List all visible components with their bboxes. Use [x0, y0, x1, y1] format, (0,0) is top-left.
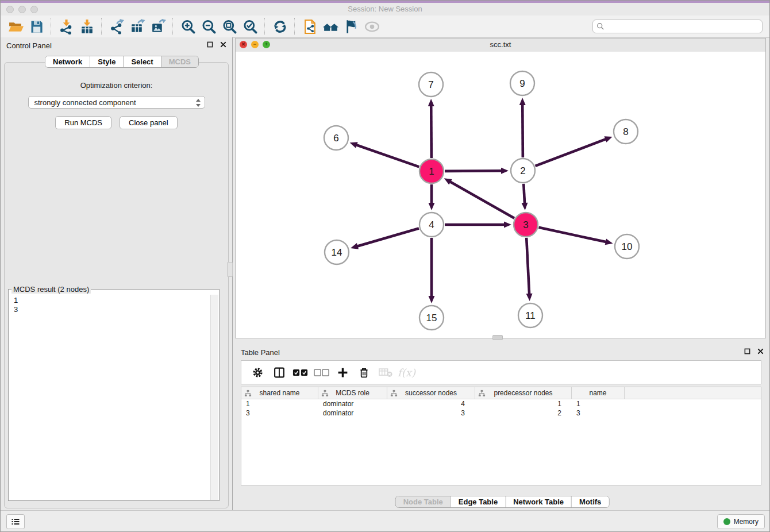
- table-cell: 2: [475, 408, 572, 418]
- import-table-icon[interactable]: [76, 17, 97, 36]
- import-network-icon[interactable]: [56, 17, 76, 36]
- node-11[interactable]: 11: [518, 303, 542, 327]
- close-panel-icon[interactable]: [220, 41, 226, 48]
- column-header-successor-nodes[interactable]: successor nodes: [387, 387, 475, 399]
- table-header-row: shared nameMCDS rolesuccessor nodesprede…: [241, 387, 761, 399]
- table-panel: Table Panel f(x) shared nameMCDS rolesuc…: [235, 344, 769, 511]
- edge-4-14[interactable]: [351, 228, 419, 249]
- zoom-in-icon[interactable]: [178, 17, 198, 36]
- edge-1-7[interactable]: [428, 99, 434, 158]
- node-2[interactable]: 2: [511, 159, 535, 183]
- close-button[interactable]: [6, 6, 14, 13]
- search-input[interactable]: [605, 21, 762, 32]
- tab-network[interactable]: Network: [45, 56, 90, 67]
- control-panel-title: Control Panel: [6, 41, 52, 50]
- function-builder-icon[interactable]: f(x): [396, 367, 417, 379]
- result-scrollbar[interactable]: [210, 295, 218, 500]
- apply-style-icon[interactable]: [341, 17, 361, 36]
- refresh-view-icon[interactable]: [270, 17, 290, 36]
- titlebar: Session: New Session: [1, 1, 769, 16]
- tab-select[interactable]: Select: [123, 56, 160, 67]
- add-column-icon[interactable]: [332, 367, 353, 379]
- search-box[interactable]: [592, 20, 763, 33]
- close-panel-button[interactable]: Close panel: [120, 116, 178, 129]
- main-toolbar-groups: [5, 16, 382, 37]
- zoom-out-icon[interactable]: [198, 17, 219, 36]
- svg-text:1: 1: [429, 166, 434, 177]
- float-table-panel-icon[interactable]: [744, 348, 750, 354]
- column-header-predecessor-nodes[interactable]: predecessor nodes: [475, 387, 572, 399]
- node-15[interactable]: 15: [419, 306, 444, 330]
- canvas-splitter-grip[interactable]: [492, 335, 503, 340]
- zoom-button[interactable]: [30, 6, 38, 13]
- edge-2-8[interactable]: [536, 136, 613, 165]
- edge-1-6[interactable]: [350, 142, 419, 167]
- table-row[interactable]: 3dominator323: [241, 408, 761, 418]
- tab-network-table[interactable]: Network Table: [505, 496, 571, 507]
- select-all-icon[interactable]: [290, 367, 311, 379]
- export-table-icon[interactable]: [127, 17, 148, 36]
- node-14[interactable]: 14: [325, 240, 349, 264]
- edge-4-15[interactable]: [429, 238, 435, 303]
- export-network-icon[interactable]: [106, 17, 127, 36]
- table-cell: 3: [572, 408, 625, 418]
- show-hide-icon[interactable]: [361, 17, 382, 36]
- column-pane-icon[interactable]: [268, 367, 290, 379]
- edge-3-10[interactable]: [538, 228, 613, 245]
- result-line: 3: [14, 305, 211, 314]
- table-cell: 1: [475, 399, 572, 408]
- mcds-result-lines[interactable]: 13: [9, 295, 211, 500]
- zoom-fit-icon[interactable]: [219, 17, 240, 36]
- table-body: 1dominator4113dominator323: [241, 399, 761, 418]
- maximize-network-button[interactable]: +: [263, 41, 270, 48]
- column-header-name[interactable]: name: [572, 387, 625, 399]
- tab-node-table[interactable]: Node Table: [396, 496, 451, 507]
- tab-style[interactable]: Style: [90, 56, 123, 67]
- close-network-button[interactable]: ✕: [240, 41, 247, 48]
- edge-3-11[interactable]: [526, 238, 533, 301]
- tab-motifs[interactable]: Motifs: [571, 496, 609, 507]
- svg-text:9: 9: [519, 78, 525, 89]
- tab-mcds[interactable]: MCDS: [161, 56, 198, 67]
- open-session-icon[interactable]: [5, 17, 26, 36]
- edge-3-1[interactable]: [444, 178, 514, 218]
- edge-1-4[interactable]: [429, 184, 435, 210]
- column-header-shared-name[interactable]: shared name: [241, 387, 318, 399]
- node-7[interactable]: 7: [419, 72, 443, 97]
- home-icon[interactable]: [320, 17, 341, 36]
- edge-2-9[interactable]: [519, 98, 526, 157]
- panel-splitter-grip[interactable]: [227, 262, 233, 277]
- edge-2-3[interactable]: [521, 184, 528, 210]
- run-mcds-button[interactable]: Run MCDS: [55, 116, 111, 129]
- memory-label: Memory: [734, 518, 759, 526]
- node-10[interactable]: 10: [615, 234, 639, 259]
- edge-4-3[interactable]: [445, 222, 511, 228]
- column-header-MCDS-role[interactable]: MCDS role: [318, 387, 387, 399]
- node-8[interactable]: 8: [614, 119, 638, 144]
- deselect-all-icon[interactable]: [311, 367, 332, 379]
- node-6[interactable]: 6: [324, 126, 348, 150]
- node-4[interactable]: 4: [419, 213, 444, 237]
- minimize-network-button[interactable]: −: [251, 41, 259, 48]
- zoom-selected-icon[interactable]: [240, 17, 260, 36]
- panel-menu-button[interactable]: [6, 514, 25, 529]
- network-from-file-icon[interactable]: [299, 17, 320, 36]
- criterion-select[interactable]: strongly connected component: [28, 96, 205, 109]
- table-row[interactable]: 1dominator411: [241, 399, 761, 408]
- float-panel-icon[interactable]: [207, 41, 213, 48]
- node-9[interactable]: 9: [510, 71, 534, 95]
- save-session-icon[interactable]: [26, 17, 47, 36]
- minimize-button[interactable]: [18, 6, 26, 13]
- network-canvas[interactable]: 7968124314101511: [236, 52, 765, 338]
- network-window: ✕ − + scc.txt 7968124314101511: [235, 38, 766, 338]
- memory-button[interactable]: Memory: [717, 514, 765, 529]
- export-image-icon[interactable]: [148, 17, 168, 36]
- tab-edge-table[interactable]: Edge Table: [451, 496, 505, 507]
- edge-1-2[interactable]: [445, 168, 509, 174]
- node-3[interactable]: 3: [514, 213, 538, 237]
- node-1[interactable]: 1: [419, 159, 444, 183]
- close-table-panel-icon[interactable]: [757, 348, 764, 354]
- table-mode-gear-icon[interactable]: [247, 367, 268, 379]
- delete-column-icon[interactable]: [353, 367, 375, 379]
- delete-table-icon[interactable]: [375, 367, 396, 379]
